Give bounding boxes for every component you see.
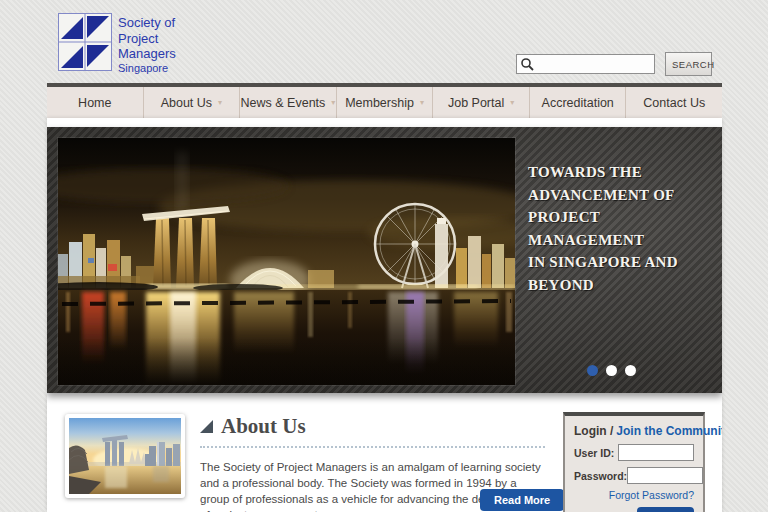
user-id-row: User ID: xyxy=(574,444,694,461)
user-id-label: User ID: xyxy=(574,447,614,459)
logo-line: Managers xyxy=(118,46,176,62)
nav-label: News & Events xyxy=(241,96,326,110)
about-heading-row: About Us xyxy=(200,414,545,439)
user-id-field[interactable] xyxy=(618,444,694,461)
dotted-divider xyxy=(200,446,545,448)
password-field[interactable] xyxy=(627,467,703,484)
logo-triangles-icon xyxy=(58,13,112,71)
carousel-dots xyxy=(587,365,636,376)
caret-down-icon: ▾ xyxy=(510,99,514,107)
site-logo[interactable]: Society of Project Managers Singapore xyxy=(58,13,176,75)
content-panel: TOWARDS THE ADVANCEMENT OF PROJECT MANAG… xyxy=(47,118,722,512)
about-heading: About Us xyxy=(221,414,306,439)
caret-down-icon: ▾ xyxy=(218,99,222,107)
logo-line: Society of xyxy=(118,15,176,31)
hero-carousel: TOWARDS THE ADVANCEMENT OF PROJECT MANAG… xyxy=(47,127,722,393)
password-row: Password: xyxy=(574,467,694,484)
forgot-password-link[interactable]: Forgot Password? xyxy=(574,489,694,501)
hero-headline-line: TOWARDS THE xyxy=(528,161,716,184)
nav-item-membership[interactable]: Membership ▾ xyxy=(337,87,434,118)
nav-item-news-events[interactable]: News & Events ▾ xyxy=(240,87,337,118)
hero-headline: TOWARDS THE ADVANCEMENT OF PROJECT MANAG… xyxy=(528,161,716,296)
triangle-marker-icon xyxy=(200,420,213,433)
hero-headline-line: IN SINGAPORE AND xyxy=(528,251,716,274)
join-community-link[interactable]: Join the Community xyxy=(616,424,722,438)
login-title-prefix: Login / xyxy=(574,424,613,438)
nav-item-home[interactable]: Home xyxy=(47,87,144,118)
nav-item-accreditation[interactable]: Accreditation xyxy=(530,87,627,118)
caret-down-icon: ▾ xyxy=(331,99,335,107)
search-button[interactable]: SEARCH xyxy=(665,52,712,76)
hero-headline-line: PROJECT MANAGEMENT xyxy=(528,206,716,251)
logo-country: Singapore xyxy=(118,62,176,75)
logo-line: Project xyxy=(118,31,176,47)
nav-label: Accreditation xyxy=(542,96,614,110)
login-box: Login /Join the Community User ID: Passw… xyxy=(563,412,705,512)
search-input[interactable] xyxy=(516,54,655,74)
read-more-button[interactable]: Read More xyxy=(480,489,564,511)
hero-headline-line: ADVANCEMENT OF xyxy=(528,184,716,207)
carousel-dot-2[interactable] xyxy=(606,365,617,376)
hero-headline-line: BEYOND xyxy=(528,274,716,297)
page: Society of Project Managers Singapore SE… xyxy=(0,0,768,512)
login-title: Login /Join the Community xyxy=(574,424,694,438)
about-thumbnail xyxy=(65,414,185,498)
password-label: Password: xyxy=(574,470,627,482)
login-button[interactable]: LOGIN xyxy=(637,507,694,512)
nav-item-contact-us[interactable]: Contact Us xyxy=(626,87,722,118)
logo-text: Society of Project Managers Singapore xyxy=(118,13,176,75)
nav-item-about-us[interactable]: About Us ▾ xyxy=(144,87,241,118)
nav-label: Job Portal xyxy=(448,96,504,110)
caret-down-icon: ▾ xyxy=(420,99,424,107)
nav-label: Contact Us xyxy=(643,96,705,110)
carousel-dot-1[interactable] xyxy=(587,365,598,376)
nav-label: Home xyxy=(78,96,111,110)
nav-label: Membership xyxy=(345,96,414,110)
hero-slide-image xyxy=(58,138,515,385)
nav-item-job-portal[interactable]: Job Portal ▾ xyxy=(433,87,530,118)
nav-label: About Us xyxy=(161,96,212,110)
login-button-row: LOGIN xyxy=(574,507,694,512)
carousel-dot-3[interactable] xyxy=(625,365,636,376)
main-nav: Home About Us ▾ News & Events ▾ Membersh… xyxy=(47,87,722,118)
